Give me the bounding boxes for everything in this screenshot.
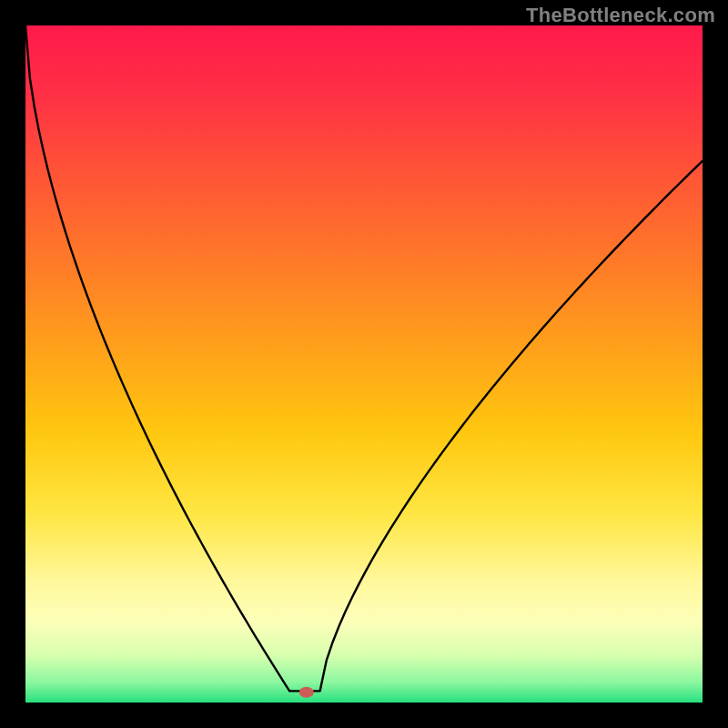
bottleneck-plot — [25, 25, 703, 703]
chart-frame: TheBottleneck.com — [0, 0, 728, 728]
watermark-text: TheBottleneck.com — [526, 4, 715, 27]
plot-background — [25, 25, 703, 703]
optimum-marker — [299, 687, 314, 698]
